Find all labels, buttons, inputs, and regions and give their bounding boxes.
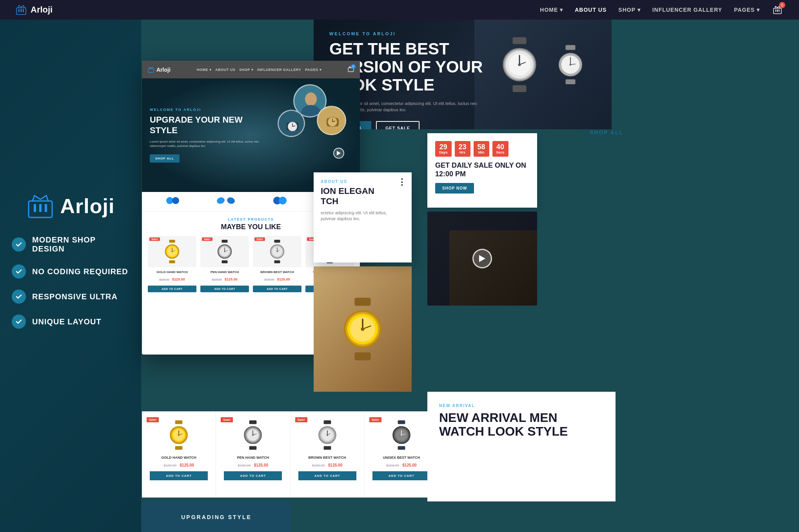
prod-img-area-3: Sale!: [295, 417, 360, 452]
add-to-cart-gold[interactable]: ADD TO CART: [148, 286, 196, 292]
hero-circle-wrist: [278, 110, 305, 137]
svg-rect-84: [175, 420, 183, 424]
hero-dark-buttons: SHOP ALL GET SALE: [329, 121, 596, 129]
svg-rect-2: [39, 204, 42, 212]
feature-text-2: NO CODING REQUIRED: [32, 267, 128, 276]
timer-sec-label: Secs: [496, 150, 505, 154]
prod-add-btn-2[interactable]: ADD TO CART: [224, 471, 282, 480]
about-description: ectetur adipiscing elit. Ut elit tellus,…: [321, 210, 405, 222]
timer-sec: 40 Secs: [492, 141, 508, 157]
prod-img-area-4: Sale!: [369, 417, 434, 452]
prod-name-4: UNISEX BEST WATCH: [369, 456, 434, 460]
nav-influencer[interactable]: INFLUENCER GALLERY: [652, 7, 722, 13]
add-to-cart-brown[interactable]: ADD TO CART: [253, 286, 301, 292]
brand-name-left: Arloji: [60, 194, 115, 218]
product-img-wrap-gold: Sale!: [148, 236, 196, 267]
timer-min-label: Min: [478, 150, 485, 154]
svg-rect-6: [21, 9, 22, 12]
brand-logo-3: [272, 195, 288, 208]
price-new-gold: $125.00: [172, 277, 185, 281]
top-nav-logo: Arloji: [16, 4, 53, 15]
svg-rect-60: [222, 261, 228, 264]
inner-nav-brand: Arloji: [156, 67, 171, 73]
inner-hero-btn[interactable]: SHOP ALL: [150, 154, 180, 163]
arrival-image: [314, 266, 412, 392]
svg-rect-101: [323, 446, 331, 449]
timer-min: 58 Min: [474, 141, 489, 157]
check-icon-1: [12, 237, 26, 252]
timer-days: 29 Days: [435, 141, 452, 157]
feature-item-3: RESPONSIVE ULTRA: [12, 290, 129, 304]
video-card[interactable]: [427, 212, 537, 306]
prod-sale-3: Sale!: [295, 417, 307, 422]
top-nav-cart[interactable]: 0: [772, 4, 783, 16]
shop-now-button[interactable]: SHOP NOW: [435, 183, 474, 194]
inner-cart[interactable]: 0: [348, 66, 354, 74]
prod-sale-1: Sale!: [147, 417, 159, 422]
hero-circle-luxury: [317, 106, 346, 135]
svg-rect-11: [779, 9, 779, 12]
inner-hero-content: WELCOME TO ARLOJI UPGRADE YOUR NEW STYLE…: [150, 108, 261, 162]
svg-rect-108: [398, 420, 405, 424]
get-sale-button[interactable]: GET SALE: [376, 121, 419, 129]
countdown-title: GET DAILY SALE ONLY ON 12:00 PM: [435, 161, 529, 178]
top-nav-brand-text: Arloji: [31, 5, 53, 15]
prod-card-2: Sale! PEN HAND WATCH $100.00 $125.00 ADD…: [216, 411, 290, 498]
brand-logo-1: [166, 195, 180, 208]
prod-price-4: $100.00 $125.00: [369, 461, 434, 468]
inner-nav-links: HOME ▾ ABOUT US SHOP ▾ INFLUENCER GALLER…: [197, 68, 321, 72]
prod-new-2: $125.00: [254, 463, 268, 467]
shop-all-link[interactable]: ShOp ALl: [590, 129, 623, 136]
svg-point-115: [401, 434, 402, 436]
inner-nav-about[interactable]: ABOUT US: [215, 68, 235, 72]
prod-add-btn-1[interactable]: ADD TO CART: [150, 471, 208, 480]
play-button[interactable]: [333, 148, 344, 159]
timer-hrs: 23 Hrs: [455, 141, 470, 157]
inner-nav-influencer[interactable]: INFLUENCER GALLERY: [257, 68, 301, 72]
svg-rect-117: [354, 352, 370, 360]
prod-img-area-1: Sale!: [147, 417, 211, 452]
nav-shop[interactable]: SHOP ▾: [618, 7, 640, 13]
nav-home[interactable]: HOME ▾: [540, 7, 563, 13]
new-arrival-label: NEW ARRIVAL: [439, 404, 604, 408]
nav-pages[interactable]: PAGES ▾: [734, 7, 760, 13]
add-to-cart-silver[interactable]: ADD TO CART: [200, 286, 249, 292]
prod-add-btn-4[interactable]: ADD TO CART: [372, 471, 430, 480]
inner-nav-home[interactable]: HOME ▾: [197, 68, 212, 72]
inner-nav-logo: Arloji: [148, 67, 171, 73]
top-nav-basket-icon: [16, 4, 27, 15]
product-img-wrap-silver: Sale!: [200, 236, 249, 267]
check-icon-2: [12, 264, 26, 279]
prod-price-2: $100.00 $125.00: [221, 461, 285, 468]
svg-rect-5: [18, 9, 20, 12]
timer-hrs-num: 23: [459, 143, 467, 150]
inner-nav-pages[interactable]: PAGES ▾: [305, 68, 321, 72]
svg-rect-1: [34, 204, 36, 212]
svg-rect-52: [169, 261, 175, 264]
svg-point-46: [216, 196, 225, 205]
prod-add-btn-3[interactable]: ADD TO CART: [298, 471, 356, 480]
countdown-timers: 29 Days 23 Hrs 58 Min 40 Secs: [435, 141, 529, 157]
upgrading-label: UPGRADING STYLE: [181, 514, 252, 520]
svg-rect-100: [323, 420, 331, 424]
svg-rect-9: [775, 9, 776, 12]
prod-img-area-2: Sale!: [221, 417, 285, 452]
feature-text-1: MODERN SHOP DESIGN: [32, 235, 129, 253]
nav-about-us[interactable]: ABOUT US: [575, 7, 607, 13]
svg-point-58: [172, 251, 173, 252]
svg-rect-7: [23, 9, 24, 12]
upgrading-section: UPGRADING STYLE: [142, 501, 291, 532]
video-play-button[interactable]: [472, 249, 492, 268]
svg-point-45: [172, 197, 179, 204]
timer-sec-num: 40: [496, 143, 505, 150]
feature-text-3: RESPONSIVE ULTRA: [32, 292, 118, 301]
svg-rect-28: [148, 69, 154, 72]
inner-nav-shop[interactable]: SHOP ▾: [239, 68, 253, 72]
prod-sale-4: Sale!: [369, 417, 381, 422]
svg-rect-59: [222, 240, 228, 243]
svg-point-107: [327, 434, 328, 436]
price-old-brown: $100.00: [264, 278, 274, 281]
svg-point-123: [361, 327, 364, 331]
svg-point-99: [252, 434, 254, 436]
prod-old-4: $100.00: [386, 463, 399, 467]
